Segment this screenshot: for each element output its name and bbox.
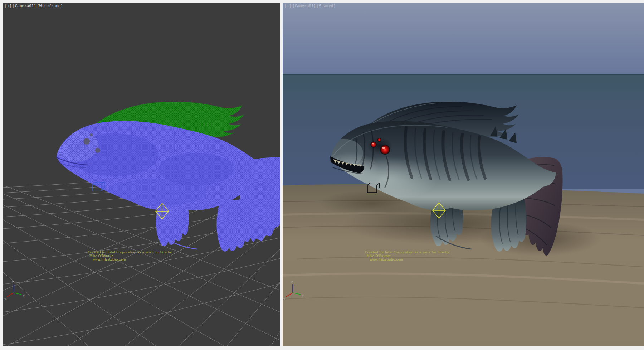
wireframe-scene: z x y <box>3 3 280 346</box>
credit-line-3: www.frilzstudio.com <box>92 258 173 261</box>
viewport-label-bar: [+][Camera01][Shaded] <box>284 4 336 8</box>
credit-line-1: Created for Intel Corporation as a work … <box>88 251 173 254</box>
viewport-shading-menu[interactable]: [Shaded] <box>317 4 336 8</box>
credit-line-2: Mike O'Rourke <box>89 254 173 258</box>
viewport-pov-menu[interactable]: [Camera01] <box>292 4 316 8</box>
sky-background <box>283 3 644 75</box>
axis-z-label: z <box>12 280 14 284</box>
axis-x-label: x <box>4 297 6 301</box>
world-axis-tripod: z x y <box>4 280 25 301</box>
axis-x-label: x <box>283 297 286 301</box>
axis-y-label: y <box>302 293 304 297</box>
scene-credit-text: Created for Intel Corporation as a work … <box>88 251 173 261</box>
fish-eye <box>90 133 93 136</box>
viewport-shaded[interactable]: z x y [+][Camera01][Shaded] Created for … <box>283 3 644 346</box>
axis-y-label: y <box>23 293 25 297</box>
credit-line-2: Mike O'Rourke <box>367 254 450 258</box>
credit-line-3: www.frilzstudio.com <box>370 258 450 261</box>
viewport-shading-menu[interactable]: [Wireframe] <box>37 4 63 8</box>
viewport-wireframe[interactable]: z x y [+][Camera01][Wireframe] Created f… <box>3 3 280 346</box>
viewport-label-bar: [+][Camera01][Wireframe] <box>5 4 64 8</box>
fish-eye <box>83 138 90 145</box>
shaded-scene: z x y <box>283 3 644 346</box>
viewport-general-menu[interactable]: [+] <box>284 4 292 8</box>
scene-credit-text: Created for Intel Corporation as a work … <box>365 251 450 261</box>
fish-model-wireframe[interactable] <box>54 102 280 252</box>
viewport-general-menu[interactable]: [+] <box>5 4 12 8</box>
axis-z-label: z <box>291 280 293 284</box>
viewport-pov-menu[interactable]: [Camera01] <box>13 4 36 8</box>
credit-line-1: Created for Intel Corporation as a work … <box>365 251 450 254</box>
fish-eye <box>95 148 100 153</box>
